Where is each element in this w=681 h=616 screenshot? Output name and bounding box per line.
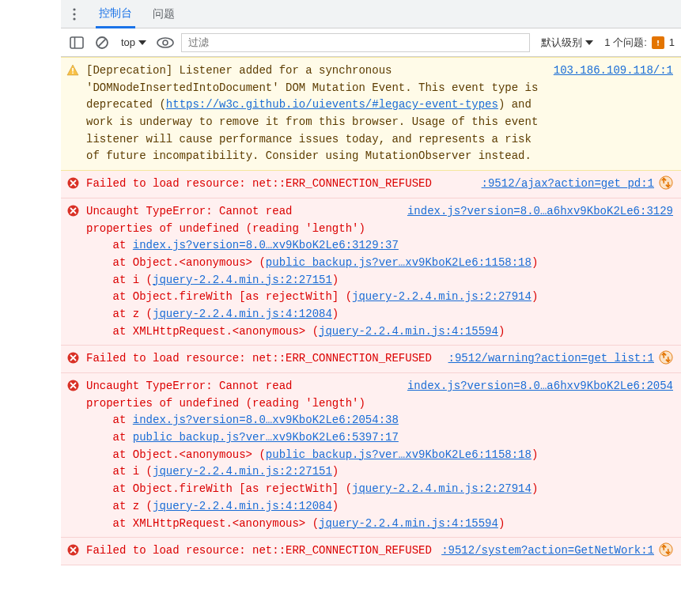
stack-link[interactable]: index.js?version=8.0…xv9KboK2Le6:2054:38 — [133, 414, 399, 426]
svg-point-2 — [73, 17, 75, 20]
stack-link[interactable]: jquery-2.2.4.min.js:2:27914 — [352, 482, 532, 495]
tab-bar: 控制台 问题 — [61, 0, 681, 28]
clear-console-icon[interactable] — [93, 33, 112, 52]
error-icon — [66, 203, 80, 217]
log-message: Failed to load resource: net::ERR_CONNEC… — [86, 350, 673, 368]
level-label: 默认级别 — [541, 36, 582, 50]
stack-link[interactable]: jquery-2.2.4.min.js:4:15594 — [319, 325, 498, 338]
source-link[interactable]: index.js?version=8.0…a6hxv9KboK2Le6:2054 — [407, 378, 673, 395]
tab-issues[interactable]: 问题 — [149, 1, 178, 27]
source-link[interactable]: :9512/system?action=GetNetWork:1 — [441, 542, 654, 560]
log-row: Uncaught TypeError: Cannot readindex.js?… — [61, 373, 681, 538]
issues-label: 1 个问题: — [604, 36, 646, 50]
svg-rect-10 — [657, 40, 659, 43]
link[interactable]: https://w3c.github.io/uievents/#legacy-e… — [166, 98, 498, 111]
tab-console[interactable]: 控制台 — [96, 0, 135, 28]
issue-count: 1 — [669, 36, 675, 48]
error-icon — [66, 350, 80, 364]
network-icon[interactable] — [659, 350, 673, 365]
source-link[interactable]: 103.186.109.118/:1 — [554, 62, 673, 80]
warning-icon — [66, 62, 80, 77]
svg-point-18 — [660, 351, 672, 364]
svg-point-1 — [73, 13, 75, 15]
log-list: [Deprecation] Listener added for a synch… — [61, 57, 681, 565]
source-link[interactable]: index.js?version=8.0…a6hxv9KboK2Le6:3129 — [407, 203, 673, 221]
chevron-down-icon — [138, 40, 146, 45]
issue-badge — [652, 36, 664, 49]
log-row: Uncaught TypeError: Cannot readindex.js?… — [61, 198, 681, 346]
live-expression-icon[interactable] — [156, 33, 175, 52]
log-message: Failed to load resource: net::ERR_CONNEC… — [86, 542, 673, 560]
svg-point-15 — [660, 176, 672, 189]
log-message: [Deprecation] Listener added for a synch… — [86, 62, 673, 165]
network-icon[interactable] — [659, 176, 673, 190]
error-icon — [66, 176, 80, 189]
svg-point-21 — [660, 543, 672, 556]
error-icon — [66, 542, 80, 556]
log-row: Failed to load resource: net::ERR_CONNEC… — [61, 346, 681, 373]
sidebar-toggle-icon[interactable] — [67, 33, 86, 52]
source-link[interactable]: :9512/warning?action=get_list:1 — [448, 350, 654, 368]
chevron-down-icon — [585, 40, 593, 45]
svg-rect-12 — [72, 68, 74, 72]
issues-indicator[interactable]: 1 个问题: 1 — [604, 36, 675, 50]
console-toolbar: top 默认级别 1 个问题: 1 — [61, 28, 681, 57]
stack-link[interactable]: jquery-2.2.4.min.js:2:27151 — [153, 465, 332, 478]
stack-link[interactable]: public_backup.js?ver…xv9KboK2Le6:1158:18 — [266, 448, 532, 461]
network-icon[interactable] — [659, 542, 673, 557]
stack-link[interactable]: index.js?version=8.0…xv9KboK2Le6:3129:37 — [133, 239, 399, 251]
log-row: [Deprecation] Listener added for a synch… — [61, 57, 681, 171]
devtools-console-panel: 控制台 问题 top 默认级别 1 个问题: 1 [Depreca — [61, 0, 681, 565]
stack-link[interactable]: public_backup.js?ver…xv9KboK2Le6:5397:17 — [133, 431, 399, 444]
source-link[interactable]: :9512/ajax?action=get_pd:1 — [482, 176, 654, 193]
level-select[interactable]: 默认级别 — [536, 34, 598, 51]
stack-link[interactable]: jquery-2.2.4.min.js:4:12084 — [153, 500, 332, 512]
error-icon — [66, 378, 80, 391]
log-row: Failed to load resource: net::ERR_CONNEC… — [61, 171, 681, 198]
context-select[interactable]: top — [118, 35, 149, 50]
svg-line-6 — [99, 39, 106, 46]
stack-link[interactable]: jquery-2.2.4.min.js:2:27914 — [352, 290, 532, 303]
stack-link[interactable]: jquery-2.2.4.min.js:4:15594 — [319, 517, 498, 530]
log-message: Uncaught TypeError: Cannot readindex.js?… — [86, 378, 673, 532]
svg-rect-3 — [70, 37, 83, 48]
svg-point-8 — [163, 40, 168, 45]
filter-input[interactable] — [181, 33, 530, 52]
more-icon[interactable] — [67, 7, 81, 21]
stack-link[interactable]: jquery-2.2.4.min.js:2:27151 — [153, 274, 332, 286]
context-label: top — [121, 36, 135, 48]
stack-link[interactable]: public_backup.js?ver…xv9KboK2Le6:1158:18 — [266, 256, 532, 269]
stack-link[interactable]: jquery-2.2.4.min.js:4:12084 — [153, 308, 332, 320]
svg-rect-11 — [657, 44, 659, 46]
log-message: Uncaught TypeError: Cannot readindex.js?… — [86, 203, 673, 341]
log-row: Failed to load resource: net::ERR_CONNEC… — [61, 538, 681, 565]
log-message: Failed to load resource: net::ERR_CONNEC… — [86, 176, 673, 193]
svg-rect-13 — [72, 73, 74, 74]
svg-point-7 — [157, 38, 173, 47]
svg-point-0 — [73, 8, 75, 10]
